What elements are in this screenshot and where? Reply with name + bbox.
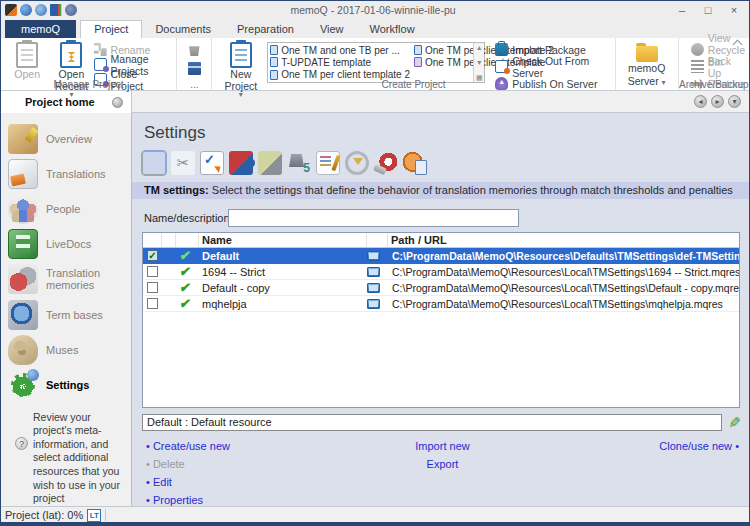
category-description-band: TM settings: Select the settings that de… [132,182,749,199]
template-list-scrollbar[interactable]: ▲ ▼ ▦ [473,43,484,82]
term-bases-globe-icon [8,300,38,330]
question-mark-icon: ? [15,437,28,450]
column-header-name[interactable]: Name [199,233,367,247]
new-project-icon [230,42,252,68]
column-header-path[interactable]: Path / URL [388,233,739,247]
table-row[interactable]: ✔ 1694 -- Strict C:\ProgramData\MemoQ\Re… [143,264,739,280]
name-description-filter-input[interactable] [228,209,519,227]
notebook-icon[interactable] [50,4,62,16]
row-checkbox[interactable] [147,298,158,309]
sidebar-item-overview[interactable]: Overview [1,121,131,156]
font-substitution-lantern-icon[interactable] [403,151,427,175]
row-path: C:\ProgramData\MemoQ\Resources\Local\TMS… [388,282,739,294]
tab-preparation[interactable]: Preparation [224,21,307,38]
table-row[interactable]: ✔ mqhelpja C:\ProgramData\MemoQ\Resource… [143,296,739,312]
tab-project[interactable]: Project [80,20,142,38]
back-up-button[interactable]: Back Up [691,60,745,73]
enabled-check-icon: ✔ [175,280,200,295]
tab-workflow[interactable]: Workflow [357,21,428,38]
pane-tab-strip: Project home ◂ ▸ ▾ [1,91,749,113]
maximize-button[interactable]: □ [695,2,721,18]
tab-view[interactable]: View [307,21,357,38]
sidebar-item-settings[interactable]: Settings [1,367,131,402]
sidebar-item-people[interactable]: People [1,191,131,226]
tab-documents[interactable]: Documents [142,21,224,38]
command-links: Create/use new Import new Clone/use new … [146,440,739,506]
penalties-weights-icon[interactable] [287,151,311,175]
row-path: C:\ProgramData\MemoQ\Resources\Local\TMS… [388,298,739,310]
tm-settings-binders-icon[interactable] [142,151,166,175]
import-package-icon [495,43,508,56]
group-dots: ... [177,38,212,90]
row-checkbox[interactable] [147,282,158,293]
check-out-icon [495,60,508,73]
memoq-logo-icon[interactable] [5,4,17,16]
row-checkbox[interactable] [147,266,158,277]
row-name: 1694 -- Strict [199,266,367,278]
sidebar-item-livedocs[interactable]: LiveDocs [1,227,131,262]
overview-box-icon [8,124,38,154]
tab-memoq[interactable]: memoQ [5,20,76,38]
sidebar-item-term-bases[interactable]: Term bases [1,297,131,332]
nav-forward-icon[interactable]: ▸ [711,95,724,108]
archive-project-icon[interactable] [188,62,201,75]
server-folder-icon [636,46,658,62]
delete-project-trash-icon[interactable] [188,43,201,56]
edit-description-pencil-icon[interactable]: ✎ [725,415,741,430]
local-computer-icon [367,251,380,261]
template-icon [414,45,422,55]
template-item[interactable]: T-UPDATE template [270,56,410,68]
properties-link[interactable]: Properties [146,494,344,506]
edit-link[interactable]: Edit [146,476,344,488]
dropdown-arrow-icon: ▾ [239,93,243,97]
local-computer-icon [367,299,380,309]
template-item[interactable]: One TM and one TB per ... [270,44,410,56]
qa-settings-puzzle-icon[interactable] [229,151,253,175]
close-button[interactable]: × [721,2,747,18]
enabled-check-icon: ✔ [175,264,200,279]
recycle-bin-icon [691,43,704,56]
nav-dropdown-icon[interactable]: ▾ [728,95,741,108]
segmentation-rules-scissors-icon[interactable] [171,151,195,175]
clone-use-new-link[interactable]: Clone/use new [541,440,739,452]
ignore-lists-stamp-icon[interactable] [374,151,398,175]
export-path-rules-document-icon[interactable] [316,151,340,175]
filter-puzzle-icon[interactable] [258,151,282,175]
template-icon [414,57,422,67]
table-row[interactable]: ✓ ✔ Default C:\ProgramData\MemoQ\Resourc… [143,248,739,264]
open-button[interactable]: Open [5,41,49,81]
options-gear-icon[interactable] [65,4,77,16]
open-icon [16,42,38,68]
enabled-check-icon: ✔ [175,248,200,263]
project-home-sidebar: Overview Translations People LiveDocs Tr… [1,113,132,506]
table-header: Name Path / URL [143,233,739,248]
export-link[interactable]: Export [344,458,542,470]
auto-translation-checkbox-icon[interactable] [200,151,224,175]
group-memoq-server: memoQ Server ▾ [616,38,679,90]
sidebar-item-muses[interactable]: Muses [1,332,131,367]
sidebar-item-translation-memories[interactable]: Translation memories [1,262,131,297]
row-checkbox[interactable]: ✓ [147,250,158,261]
nav-back-icon[interactable]: ◂ [694,95,707,108]
sync-icon[interactable] [35,4,47,16]
table-row[interactable]: ✔ Default - copy C:\ProgramData\MemoQ\Re… [143,280,739,296]
page-title: Settings [144,123,741,143]
delete-link[interactable]: Delete [146,458,344,470]
scroll-up-icon[interactable]: ▲ [476,43,483,52]
ring-arrow-icon[interactable] [345,151,369,175]
resource-description-box[interactable]: Default : Default resource [142,414,722,431]
sidebar-help-text: Review your project's meta-information, … [33,411,125,506]
memoq-server-button[interactable]: memoQ Server ▾ [620,41,674,87]
import-new-link[interactable]: Import new [344,440,542,452]
memoq-window: memoQ - 2017-01-06-winnie-ille-pu – □ × … [0,0,750,526]
minimize-button[interactable]: – [669,2,695,18]
group-create-project: New Project ▾ One TM and one TB per ... … [212,38,615,90]
sidebar-item-translations[interactable]: Translations [1,156,131,191]
group-archive-backup: View Recycle Bin Back Up Restore Archive… [679,38,749,90]
muses-head-icon [8,335,38,365]
enabled-check-icon: ✔ [175,296,200,311]
help-icon[interactable] [20,4,32,16]
create-use-new-link[interactable]: Create/use new [146,440,344,452]
language-terminal-icon[interactable]: LT [87,509,101,522]
scroll-down-icon[interactable]: ▼ [476,58,483,67]
